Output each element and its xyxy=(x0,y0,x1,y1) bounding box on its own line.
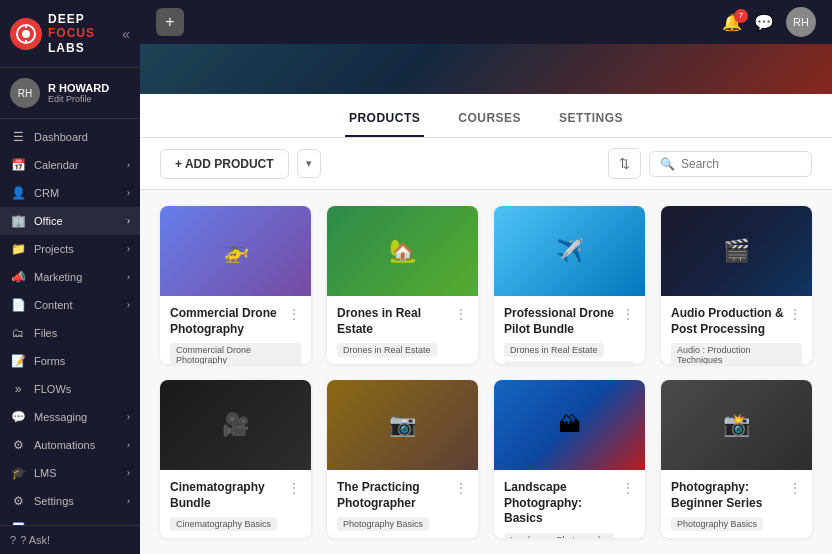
user-avatar-header[interactable]: RH xyxy=(786,7,816,37)
product-image: 🚁 xyxy=(160,206,311,296)
sidebar-item-projects[interactable]: 📁 Projects › xyxy=(0,235,140,263)
product-card-body: Photography: Beginner Series ⋮ Photograp… xyxy=(661,470,812,538)
product-card[interactable]: ✈️ Professional Drone Pilot Bundle ⋮ Dro… xyxy=(494,206,645,364)
chevron-icon: › xyxy=(127,300,130,310)
sidebar-item-messaging[interactable]: 💬 Messaging › xyxy=(0,403,140,431)
product-menu-button[interactable]: ⋮ xyxy=(287,480,301,496)
tab-products[interactable]: PRODUCTS xyxy=(345,101,424,137)
sidebar-item-office[interactable]: 🏢 Office › xyxy=(0,207,140,235)
sidebar-item-flows[interactable]: » FLOWs xyxy=(0,375,140,403)
add-product-button[interactable]: + ADD PRODUCT xyxy=(160,149,289,179)
sidebar-item-dashboard[interactable]: ☰ Dashboard xyxy=(0,123,140,151)
product-card[interactable]: 🏔 Landscape Photography: Basics ⋮ Landsc… xyxy=(494,380,645,538)
banner-area xyxy=(140,44,832,94)
product-card[interactable]: 🎬 Audio Production & Post Processing ⋮ A… xyxy=(661,206,812,364)
add-button[interactable]: + xyxy=(156,8,184,36)
product-image-placeholder: 🏔 xyxy=(494,380,645,470)
marketing-icon: 📣 xyxy=(10,270,26,284)
sidebar-item-content[interactable]: 📄 Content › xyxy=(0,291,140,319)
sidebar-item-mypages[interactable]: 📃 My Pages › xyxy=(0,515,140,525)
chevron-icon: › xyxy=(127,412,130,422)
filter-button[interactable]: ⇅ xyxy=(608,148,641,179)
product-image: 📸 xyxy=(661,380,812,470)
sidebar-item-automations[interactable]: ⚙ Automations › xyxy=(0,431,140,459)
settings-icon: ⚙ xyxy=(10,494,26,508)
products-grid: 🚁 Commercial Drone Photography ⋮ Commerc… xyxy=(140,190,832,554)
search-input[interactable] xyxy=(681,157,801,171)
chat-button[interactable]: 💬 xyxy=(754,13,774,32)
chevron-icon: › xyxy=(127,160,130,170)
sidebar-item-settings[interactable]: ⚙ Settings › xyxy=(0,487,140,515)
product-menu-button[interactable]: ⋮ xyxy=(287,306,301,322)
profile-info: R HOWARD Edit Profile xyxy=(48,82,130,104)
product-card-header: Photography: Beginner Series ⋮ xyxy=(671,480,802,511)
edit-profile-link[interactable]: Edit Profile xyxy=(48,94,130,104)
product-tag: Landscape Photography xyxy=(504,533,614,538)
product-card-header: Audio Production & Post Processing ⋮ xyxy=(671,306,802,337)
product-card[interactable]: 🏡 Drones in Real Estate ⋮ Drones in Real… xyxy=(327,206,478,364)
product-menu-button[interactable]: ⋮ xyxy=(454,480,468,496)
search-icon: 🔍 xyxy=(660,157,675,171)
sidebar-item-forms[interactable]: 📝 Forms xyxy=(0,347,140,375)
product-menu-button[interactable]: ⋮ xyxy=(454,306,468,322)
product-image-placeholder: 📷 xyxy=(327,380,478,470)
product-card[interactable]: 🚁 Commercial Drone Photography ⋮ Commerc… xyxy=(160,206,311,364)
sidebar-collapse-button[interactable]: « xyxy=(122,26,130,42)
product-tag: Audio : Production Techniques xyxy=(671,343,802,364)
product-image-placeholder: 🏡 xyxy=(327,206,478,296)
sidebar-item-files[interactable]: 🗂 Files xyxy=(0,319,140,347)
sidebar-item-marketing[interactable]: 📣 Marketing › xyxy=(0,263,140,291)
tab-courses[interactable]: COURSES xyxy=(454,101,525,137)
product-tags: Landscape Photography xyxy=(504,533,635,538)
chevron-icon: › xyxy=(127,188,130,198)
product-image-placeholder: 🎬 xyxy=(661,206,812,296)
main-content: + 🔔 7 💬 RH PRODUCTS COURSES SETTINGS + A… xyxy=(140,0,832,554)
product-tags: Photography Basics xyxy=(337,517,468,531)
product-card[interactable]: 🎥 Cinematography Bundle ⋮ Cinematography… xyxy=(160,380,311,538)
product-menu-button[interactable]: ⋮ xyxy=(788,480,802,496)
projects-icon: 📁 xyxy=(10,242,26,256)
product-image: 🏔 xyxy=(494,380,645,470)
product-card[interactable]: 📸 Photography: Beginner Series ⋮ Photogr… xyxy=(661,380,812,538)
sidebar: DEEP FOCUS LABS « RH R HOWARD Edit Profi… xyxy=(0,0,140,554)
product-image-placeholder: ✈️ xyxy=(494,206,645,296)
logo-icon xyxy=(10,18,42,50)
product-title: Photography: Beginner Series xyxy=(671,480,784,511)
notification-badge: 7 xyxy=(734,9,748,23)
product-card-body: Professional Drone Pilot Bundle ⋮ Drones… xyxy=(494,296,645,364)
calendar-icon: 📅 xyxy=(10,158,26,172)
ask-icon: ? xyxy=(10,534,16,546)
sidebar-item-calendar[interactable]: 📅 Calendar › xyxy=(0,151,140,179)
avatar: RH xyxy=(10,78,40,108)
product-card-body: Landscape Photography: Basics ⋮ Landscap… xyxy=(494,470,645,538)
product-tags: Photography Basics xyxy=(671,517,802,531)
lms-icon: 🎓 xyxy=(10,466,26,480)
product-menu-button[interactable]: ⋮ xyxy=(621,306,635,322)
product-image: ✈️ xyxy=(494,206,645,296)
tab-settings[interactable]: SETTINGS xyxy=(555,101,627,137)
ask-button[interactable]: ? ? Ask! xyxy=(0,525,140,554)
product-tag: Commercial Drone Photography xyxy=(170,343,301,364)
product-card-header: The Practicing Photographer ⋮ xyxy=(337,480,468,511)
chevron-icon: › xyxy=(127,496,130,506)
product-title: Landscape Photography: Basics xyxy=(504,480,617,527)
product-menu-button[interactable]: ⋮ xyxy=(788,306,802,322)
product-tags: Commercial Drone Photography xyxy=(170,343,301,364)
product-tags: Drones in Real EstateCommercial Drone Ph… xyxy=(504,343,635,364)
product-title: Cinematography Bundle xyxy=(170,480,283,511)
notification-button[interactable]: 🔔 7 xyxy=(722,13,742,32)
product-image: 📷 xyxy=(327,380,478,470)
product-tag: Cinematography Basics xyxy=(170,517,277,531)
sidebar-item-crm[interactable]: 👤 CRM › xyxy=(0,179,140,207)
add-product-label: + ADD PRODUCT xyxy=(175,157,274,171)
office-icon: 🏢 xyxy=(10,214,26,228)
svg-point-1 xyxy=(22,30,30,38)
product-card[interactable]: 📷 The Practicing Photographer ⋮ Photogra… xyxy=(327,380,478,538)
product-tag: Drones in Real Estate xyxy=(504,343,604,357)
product-card-header: Drones in Real Estate ⋮ xyxy=(337,306,468,337)
product-menu-button[interactable]: ⋮ xyxy=(621,480,635,496)
product-card-header: Cinematography Bundle ⋮ xyxy=(170,480,301,511)
dropdown-arrow-button[interactable]: ▾ xyxy=(297,149,321,178)
product-tags: Cinematography Basics xyxy=(170,517,301,531)
sidebar-item-lms[interactable]: 🎓 LMS › xyxy=(0,459,140,487)
